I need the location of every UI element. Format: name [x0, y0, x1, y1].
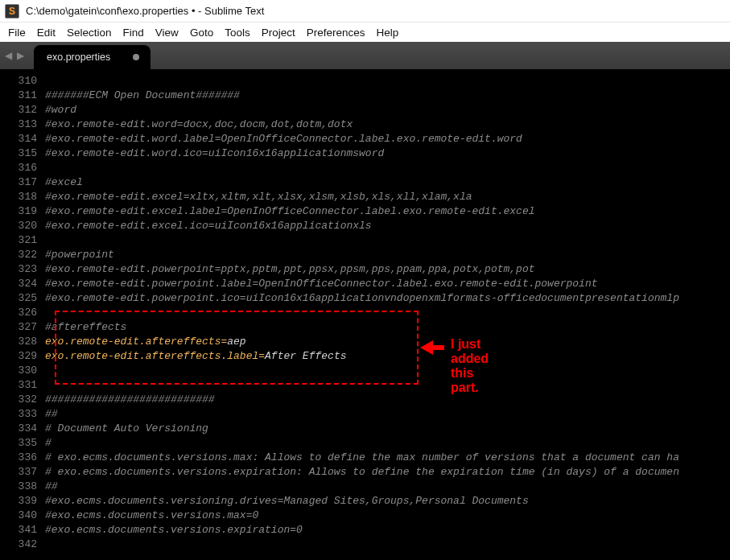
- code-line[interactable]: exo.remote-edit.aftereffects=aep: [45, 335, 730, 349]
- tab-exo-properties[interactable]: exo.properties: [34, 45, 151, 69]
- code-line[interactable]: #exo.remote-edit.excel=xltx,xltm,xlt,xls…: [45, 190, 730, 204]
- code-line[interactable]: #powerpoint: [45, 248, 730, 262]
- code-line[interactable]: [45, 306, 730, 320]
- line-number: 314: [0, 132, 37, 146]
- line-number: 320: [0, 219, 37, 233]
- tab-label: exo.properties: [47, 51, 110, 63]
- line-number: 338: [0, 480, 37, 494]
- tab-next-icon[interactable]: ▶: [17, 50, 24, 61]
- line-number: 326: [0, 306, 37, 320]
- menu-goto[interactable]: Goto: [190, 27, 213, 39]
- line-number: 321: [0, 233, 37, 248]
- line-number: 312: [0, 103, 37, 117]
- code-line[interactable]: #word: [45, 103, 730, 117]
- window-title: C:\demo\gatein\conf\exo.properties • - S…: [26, 5, 264, 17]
- line-number: 327: [0, 320, 37, 335]
- code-line[interactable]: [45, 364, 730, 378]
- code-line[interactable]: #exo.remote-edit.word.label=OpenInOffice…: [45, 132, 730, 146]
- line-number: 334: [0, 422, 37, 436]
- line-number: 322: [0, 248, 37, 262]
- line-number: 328: [0, 335, 37, 349]
- line-number: 323: [0, 262, 37, 277]
- line-number: 341: [0, 523, 37, 537]
- code-line[interactable]: #: [45, 436, 730, 451]
- code-line[interactable]: #excel: [45, 175, 730, 190]
- code-line[interactable]: ###########################: [45, 393, 730, 407]
- code-line[interactable]: [45, 74, 730, 89]
- line-number: 332: [0, 393, 37, 407]
- menu-preferences[interactable]: Preferences: [307, 27, 365, 39]
- menu-project[interactable]: Project: [262, 27, 295, 39]
- menu-view[interactable]: View: [155, 27, 179, 39]
- line-number: 310: [0, 74, 37, 89]
- line-number: 315: [0, 146, 37, 161]
- code-line[interactable]: [45, 537, 730, 552]
- code-line[interactable]: #exo.ecms.documents.versions.expiration=…: [45, 523, 730, 537]
- code-line[interactable]: # exo.ecms.documents.versions.max: Allow…: [45, 451, 730, 465]
- app-icon: S: [5, 4, 19, 19]
- line-number: 329: [0, 349, 37, 364]
- line-number: 333: [0, 407, 37, 422]
- line-number: 313: [0, 117, 37, 132]
- line-number: 319: [0, 204, 37, 219]
- code-line[interactable]: ##: [45, 480, 730, 494]
- code-line[interactable]: #exo.remote-edit.powerpoint.ico=uiIcon16…: [45, 291, 730, 306]
- dirty-indicator-icon: [133, 54, 139, 60]
- line-number: 336: [0, 451, 37, 465]
- menu-selection[interactable]: Selection: [67, 27, 112, 39]
- line-number: 324: [0, 277, 37, 291]
- line-number: 339: [0, 494, 37, 509]
- code-line[interactable]: #exo.remote-edit.powerpoint.label=OpenIn…: [45, 277, 730, 291]
- code-line[interactable]: #exo.ecms.documents.versions.max=0: [45, 509, 730, 523]
- tab-prev-icon[interactable]: ◀: [5, 50, 12, 61]
- code-line[interactable]: #######ECM Open Document#######: [45, 89, 730, 103]
- tab-strip: ◀ ▶ exo.properties: [0, 42, 730, 69]
- code-line[interactable]: [45, 378, 730, 393]
- line-number-gutter: 3103113123133143153163173183193203213223…: [0, 69, 45, 560]
- line-number: 337: [0, 465, 37, 480]
- line-number: 317: [0, 175, 37, 190]
- menu-edit[interactable]: Edit: [37, 27, 56, 39]
- code-content[interactable]: #######ECM Open Document########word#exo…: [45, 69, 730, 560]
- code-line[interactable]: # Document Auto Versioning: [45, 422, 730, 436]
- code-line[interactable]: #exo.remote-edit.excel.ico=uiIcon16x16ap…: [45, 219, 730, 233]
- menu-help[interactable]: Help: [377, 27, 399, 39]
- code-line[interactable]: #exo.remote-edit.word=docx,doc,docm,dot,…: [45, 117, 730, 132]
- code-line[interactable]: #exo.ecms.documents.versioning.drives=Ma…: [45, 494, 730, 509]
- code-line[interactable]: #exo.remote-edit.word.ico=uiIcon16x16app…: [45, 146, 730, 161]
- window-titlebar: S C:\demo\gatein\conf\exo.properties • -…: [0, 0, 730, 23]
- line-number: 325: [0, 291, 37, 306]
- menu-bar: File Edit Selection Find View Goto Tools…: [0, 23, 730, 42]
- line-number: 330: [0, 364, 37, 378]
- menu-find[interactable]: Find: [123, 27, 144, 39]
- code-line[interactable]: # exo.ecms.documents.versions.expiration…: [45, 465, 730, 480]
- code-line[interactable]: [45, 233, 730, 248]
- code-line[interactable]: #exo.remote-edit.powerpoint=pptx,pptm,pp…: [45, 262, 730, 277]
- menu-tools[interactable]: Tools: [225, 27, 250, 39]
- line-number: 331: [0, 378, 37, 393]
- line-number: 340: [0, 509, 37, 523]
- code-line[interactable]: ##: [45, 407, 730, 422]
- line-number: 316: [0, 161, 37, 175]
- line-number: 311: [0, 89, 37, 103]
- code-line[interactable]: [45, 161, 730, 175]
- code-line[interactable]: #exo.remote-edit.excel.label=OpenInOffic…: [45, 204, 730, 219]
- tab-nav-arrows: ◀ ▶: [5, 42, 24, 69]
- menu-file[interactable]: File: [8, 27, 26, 39]
- line-number: 335: [0, 436, 37, 451]
- line-number: 318: [0, 190, 37, 204]
- code-line[interactable]: exo.remote-edit.aftereffects.label=After…: [45, 349, 730, 364]
- editor-area[interactable]: 3103113123133143153163173183193203213223…: [0, 69, 730, 560]
- line-number: 342: [0, 537, 37, 552]
- code-line[interactable]: #aftereffects: [45, 320, 730, 335]
